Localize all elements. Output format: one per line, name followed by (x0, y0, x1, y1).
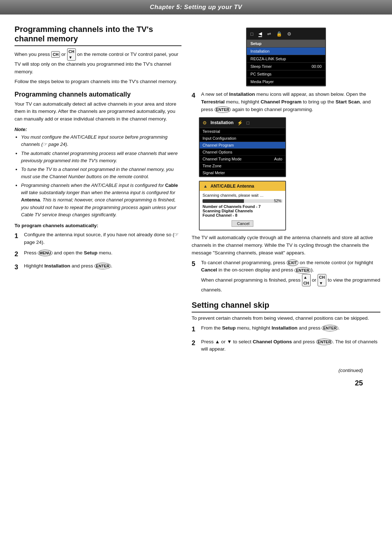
install-label: Installation (211, 120, 233, 125)
skip-section: Setting channel skip To prevent certain … (192, 301, 380, 353)
channels-found: Number of Channels Found - 7 (203, 204, 282, 209)
page-number: 25 (338, 379, 377, 387)
enter-icon-s1: ENTER (322, 325, 338, 331)
note-item-1: You must configure the ANT/CABLE input s… (21, 134, 181, 148)
install-icon2: ⚡ (237, 120, 243, 126)
im-tuning-mode: Channel Tuning ModeAuto (200, 156, 285, 163)
step-3: 3 Highlight Installation and press ENTER… (15, 262, 181, 273)
ch-up-icon: ▲CH (302, 274, 311, 286)
note-list: You must configure the ANT/CABLE input s… (15, 134, 181, 218)
auto-section-title: Programming channels automatically (15, 91, 181, 98)
install-icon3: □ (246, 120, 249, 126)
step-num-5: 5 (192, 259, 198, 294)
tv-menu-icons: □ ◀ ⇌ 🔒 ⚙ (247, 28, 325, 40)
exit-icon: EXIT (287, 259, 298, 266)
skip-intro: To prevent certain channels from being v… (192, 315, 380, 322)
settings-icon: ⇌ (267, 31, 271, 37)
step-num-4: 4 (192, 91, 198, 114)
im-time-zone: Time Zone (200, 163, 285, 169)
right-column: □ ◀ ⇌ 🔒 ⚙ Setup Installation REGZA-LINK … (192, 25, 380, 357)
skip-step-1: 1 From the Setup menu, highlight Install… (192, 324, 380, 335)
step-num-1: 1 (15, 231, 21, 246)
scanning-text: Scanning channels, please wait … (203, 193, 282, 197)
step-num-3: 3 (15, 262, 21, 273)
tv-menu-screenshot: □ ◀ ⇌ 🔒 ⚙ Setup Installation REGZA-LINK … (246, 28, 326, 86)
page-content: Programming channels into the TV's chann… (0, 15, 392, 364)
scan-dialog: ▲ ANT/CABLE Antenna Scanning channels, p… (199, 181, 286, 230)
tv-cycle-text: The TV will automatically cycle through … (192, 234, 380, 257)
enter-icon-3: ENTER (94, 263, 111, 269)
step-body-3: Highlight Installation and press ENTER. (24, 262, 181, 273)
im-channel-options: Channel Options (200, 149, 285, 156)
tv-icon: □ (250, 31, 253, 37)
procedure-title: To program channels automatically: (15, 223, 181, 228)
note-item-4: Programming channels when the ANT/CABLE … (21, 182, 181, 218)
step-2: 2 Press MENU and open the Setup menu. (15, 249, 181, 259)
install-menu-screenshot: ⚙ Installation ⚡ □ Terrestrial Input Con… (199, 117, 286, 177)
im-signal-meter: Signal Meter (200, 169, 285, 176)
scan-dialog-body: Scanning channels, please wait … 52% Num… (200, 191, 285, 230)
im-terrestrial: Terrestrial (200, 128, 285, 135)
note-label: Note: (15, 127, 181, 132)
tv-menu-setup-header: Setup (247, 40, 325, 48)
footer-right: (continued) 25 (338, 364, 377, 387)
page-header: Chapter 5: Setting up your TV (0, 0, 392, 15)
step-body-4: A new set of Installation menu icons wil… (201, 91, 380, 114)
page-footer: (continued) 25 (0, 364, 392, 394)
found-channel: Found Channel - 8 (203, 213, 282, 217)
scanning-digital: Scanning Digital Channels (203, 209, 282, 213)
install-menu-icons: ⚙ Installation ⚡ □ (200, 118, 285, 128)
scan-progress-fill (203, 199, 244, 203)
enter-icon-5: ENTER (294, 267, 311, 274)
cancel-button[interactable]: Cancel (232, 220, 253, 227)
skip-step-body-2: Press ▲ or ▼ to select Channel Options a… (201, 338, 380, 353)
skip-step-body-1: From the Setup menu, highlight Installat… (201, 324, 380, 335)
main-section-title: Programming channels into the TV's chann… (15, 25, 181, 46)
tv-menu-media: Media Player (247, 78, 325, 86)
scan-dialog-header: ▲ ANT/CABLE Antenna (200, 181, 285, 191)
tv-menu-pc: PC Settings (247, 70, 325, 78)
tv-menu-sleep: Sleep Timer 00:00 (247, 63, 325, 70)
auto-text: Your TV can automatically detect all act… (15, 101, 181, 123)
enter-icon-4: ENTER (215, 106, 231, 113)
ch-down-icon: CH▼ (318, 274, 326, 286)
tv-menu-regza: REGZA-LINK Setup (247, 55, 325, 63)
skip-step-2: 2 Press ▲ or ▼ to select Channel Options… (192, 338, 380, 353)
tv-menu-installation: Installation (247, 48, 325, 55)
scan-progress-bar: 52% (203, 199, 282, 203)
continued-label: (continued) (338, 364, 377, 379)
intro-text-1: When you press CH or CH▼ on the remote c… (15, 48, 181, 76)
skip-section-title: Setting channel skip (192, 301, 380, 312)
im-input-config: Input Configuration (200, 135, 285, 142)
steps-list: 1 Configure the antenna input source, if… (15, 231, 181, 273)
left-column: Programming channels into the TV's chann… (15, 25, 181, 357)
step-1: 1 Configure the antenna input source, if… (15, 231, 181, 246)
step-5: 5 To cancel channel programming, press E… (192, 259, 380, 294)
step-body-1: Configure the antenna input source, if y… (24, 231, 181, 246)
im-channel-program: Channel Program (200, 142, 285, 149)
scan-header-text: ANT/CABLE Antenna (211, 184, 254, 189)
enter-icon-s2: ENTER (316, 339, 332, 345)
note-item-3: To tune the TV to a channel not programm… (21, 166, 181, 180)
menu-icon: MENU (38, 250, 52, 256)
lock-icon: 🔒 (276, 31, 282, 37)
intro-text-2: Follow the steps below to program channe… (15, 78, 181, 86)
install-gear-icon: ⚙ (203, 120, 207, 126)
ch-down-button-icon: CH▼ (67, 48, 76, 61)
step-num-2: 2 (15, 249, 21, 259)
speaker-icon: ◀ (258, 31, 262, 37)
step-body-5: To cancel channel programming, press EXI… (201, 259, 380, 294)
note-item-2: The automatic channel programming proces… (21, 150, 181, 164)
chapter-title: Chapter 5: Setting up your TV (150, 4, 242, 11)
step-body-2: Press MENU and open the Setup menu. (24, 249, 181, 259)
warning-icon: ▲ (203, 183, 208, 189)
skip-step-num-1: 1 (192, 324, 198, 335)
gear-icon: ⚙ (287, 31, 291, 37)
ch-button-icon: CH (51, 51, 60, 58)
scan-progress-label: 52% (274, 199, 281, 203)
skip-step-num-2: 2 (192, 338, 198, 353)
step-4: 4 A new set of Installation menu icons w… (192, 91, 380, 114)
